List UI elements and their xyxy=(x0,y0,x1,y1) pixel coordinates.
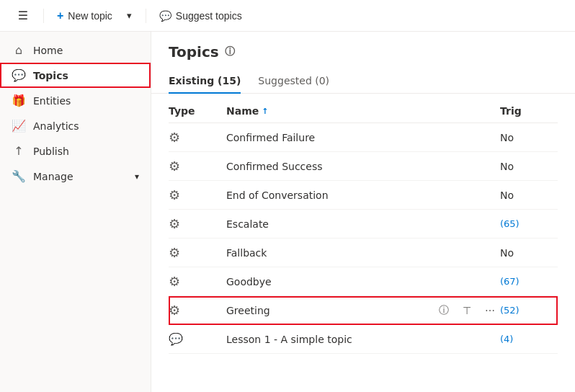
sidebar-item-publish-label: Publish xyxy=(33,146,139,157)
cell-type: 💬 xyxy=(169,328,226,350)
tab-suggested-label: Suggested (0) xyxy=(258,75,329,86)
topic-system-icon: ⚙️ xyxy=(169,274,180,289)
cell-type: ⚙️ xyxy=(169,298,226,322)
cell-type: ⚙️ xyxy=(169,183,226,207)
cell-name: Escalate xyxy=(226,214,500,234)
sort-arrow-icon: ↑ xyxy=(262,107,268,116)
tabs-container: Existing (15) Suggested (0) xyxy=(151,69,575,94)
tab-existing[interactable]: Existing (15) xyxy=(169,69,241,94)
sidebar-item-manage-label: Manage xyxy=(33,171,128,182)
new-topic-label: New topic xyxy=(68,10,112,22)
cell-type: ⚙️ xyxy=(169,125,226,149)
cell-name: Goodbye xyxy=(226,272,500,292)
info-icon[interactable]: ⓘ xyxy=(225,45,235,58)
cell-trig: No xyxy=(500,185,558,205)
table-row[interactable]: ⚙️ Goodbye (67) xyxy=(169,267,558,296)
entities-icon: 🎁 xyxy=(12,94,26,107)
cell-name: Confirmed Failure xyxy=(226,128,500,148)
table-row-greeting[interactable]: ⚙️ Greeting ⓘ ⊤ ⋯ (52) xyxy=(169,296,558,325)
sidebar: ⌂ Home 💬 Topics 🎁 Entities 📈 Analytics ↑… xyxy=(0,32,151,392)
tab-existing-label: Existing (15) xyxy=(169,75,241,86)
sidebar-item-manage[interactable]: 🔧 Manage ▾ xyxy=(0,164,151,189)
cell-trig: (4) xyxy=(500,329,558,349)
table-container: Type Name ↑ Trig ⚙️ Confirmed Failure No xyxy=(151,99,575,354)
main-layout: ⌂ Home 💬 Topics 🎁 Entities 📈 Analytics ↑… xyxy=(0,32,575,392)
publish-icon: ↑ xyxy=(12,144,26,158)
table-row[interactable]: ⚙️ Confirmed Failure No xyxy=(169,123,558,152)
content-header: Topics ⓘ xyxy=(151,32,575,61)
sidebar-item-home[interactable]: ⌂ Home xyxy=(0,37,151,63)
manage-chevron-icon: ▾ xyxy=(135,172,139,182)
sidebar-item-topics-label: Topics xyxy=(33,70,139,81)
topic-system-icon: ⚙️ xyxy=(169,187,180,202)
sidebar-item-entities[interactable]: 🎁 Entities xyxy=(0,88,151,113)
hamburger-button[interactable]: ☰ xyxy=(9,1,37,30)
filter-action-button[interactable]: ⊤ xyxy=(457,300,477,321)
new-topic-button[interactable]: + New topic xyxy=(50,5,120,27)
col-header-type: Type xyxy=(169,105,226,117)
content-area: Topics ⓘ Existing (15) Suggested (0) Typ… xyxy=(151,32,575,392)
page-title: Topics ⓘ xyxy=(169,43,558,61)
cell-trig: (67) xyxy=(500,272,558,291)
new-topic-dropdown-button[interactable]: ▾ xyxy=(120,6,140,26)
suggest-topics-button[interactable]: 💬 Suggest topics xyxy=(152,6,249,26)
cell-trig: No xyxy=(500,156,558,177)
tab-suggested[interactable]: Suggested (0) xyxy=(258,69,329,94)
home-icon: ⌂ xyxy=(12,43,26,57)
col-header-trig: Trig xyxy=(500,105,558,117)
more-action-button[interactable]: ⋯ xyxy=(480,300,500,321)
toolbar-divider xyxy=(43,9,44,23)
table-header: Type Name ↑ Trig xyxy=(169,99,558,123)
table-row[interactable]: ⚙️ Escalate (65) xyxy=(169,210,558,239)
cell-trig: (52) xyxy=(500,300,558,320)
info-action-button[interactable]: ⓘ xyxy=(434,300,454,321)
top-toolbar: ☰ + New topic ▾ 💬 Suggest topics xyxy=(0,0,575,32)
chevron-down-icon: ▾ xyxy=(127,10,132,21)
suggest-icon: 💬 xyxy=(159,10,171,22)
cell-type: ⚙️ xyxy=(169,212,226,236)
analytics-icon: 📈 xyxy=(12,119,26,133)
col-header-name[interactable]: Name ↑ xyxy=(226,105,500,117)
cell-name: Lesson 1 - A simple topic xyxy=(226,329,500,349)
topic-custom-icon: 💬 xyxy=(169,332,183,346)
cell-name: End of Conversation xyxy=(226,185,500,205)
sidebar-item-analytics-label: Analytics xyxy=(33,120,139,132)
topic-system-icon: ⚙️ xyxy=(169,159,180,174)
cell-trig: (65) xyxy=(500,214,558,233)
sidebar-item-topics[interactable]: 💬 Topics xyxy=(0,63,151,88)
cell-type: ⚙️ xyxy=(169,241,226,264)
table-row[interactable]: ⚙️ Fallback No xyxy=(169,239,558,267)
cell-name: Confirmed Success xyxy=(226,156,500,177)
cell-trig: No xyxy=(500,128,558,148)
page-title-text: Topics xyxy=(169,43,219,61)
cell-type: ⚙️ xyxy=(169,270,226,293)
sidebar-item-analytics[interactable]: 📈 Analytics xyxy=(0,113,151,138)
topics-icon: 💬 xyxy=(12,68,26,82)
cell-type: ⚙️ xyxy=(169,154,226,178)
topic-system-icon: ⚙️ xyxy=(169,216,180,231)
row-actions: ⓘ ⊤ ⋯ xyxy=(434,300,500,321)
suggest-topics-label: Suggest topics xyxy=(176,10,242,22)
cell-name: Fallback xyxy=(226,243,500,263)
cell-trig: No xyxy=(500,243,558,263)
sidebar-item-home-label: Home xyxy=(33,45,139,56)
topic-system-icon: ⚙️ xyxy=(169,130,180,145)
topic-system-icon: ⚙️ xyxy=(169,245,180,260)
toolbar-divider-2 xyxy=(146,9,146,23)
table-row[interactable]: ⚙️ Confirmed Success No xyxy=(169,152,558,181)
sidebar-item-entities-label: Entities xyxy=(33,95,139,107)
hamburger-icon: ☰ xyxy=(18,9,28,22)
manage-icon: 🔧 xyxy=(12,169,26,183)
plus-icon: + xyxy=(57,9,63,22)
sidebar-item-publish[interactable]: ↑ Publish xyxy=(0,138,151,164)
topic-system-icon: ⚙️ xyxy=(169,303,180,318)
table-row[interactable]: 💬 Lesson 1 - A simple topic (4) xyxy=(169,325,558,354)
table-row[interactable]: ⚙️ End of Conversation No xyxy=(169,181,558,210)
